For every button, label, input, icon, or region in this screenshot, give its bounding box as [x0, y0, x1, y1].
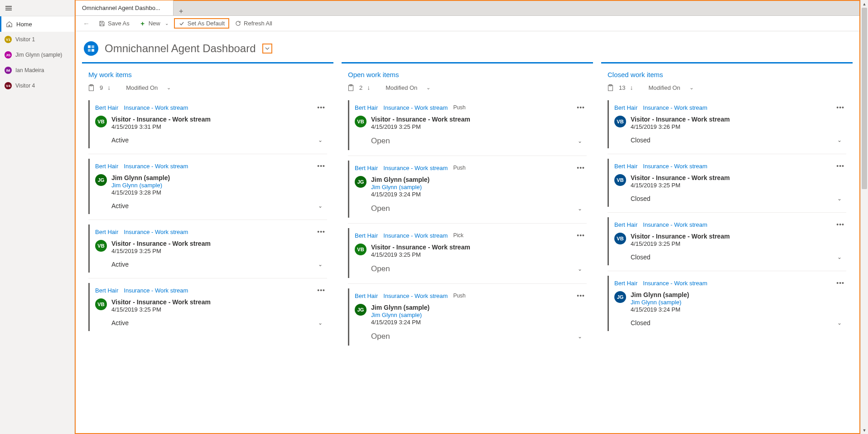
- workstream-link[interactable]: Insurance - Work stream: [124, 163, 188, 170]
- workstream-link[interactable]: Insurance - Work stream: [643, 163, 707, 170]
- assignee-link[interactable]: Bert Hair: [614, 221, 637, 228]
- sidebar-item-session[interactable]: JG Jim Glynn (sample): [0, 47, 74, 63]
- more-icon[interactable]: •••: [577, 232, 585, 239]
- more-icon[interactable]: •••: [317, 104, 325, 111]
- assignee-link[interactable]: Bert Hair: [614, 104, 637, 111]
- chevron-down-icon[interactable]: ⌄: [690, 85, 694, 91]
- back-icon[interactable]: ←: [81, 20, 93, 27]
- clipboard-icon[interactable]: [88, 84, 94, 91]
- assignee-link[interactable]: Bert Hair: [95, 163, 118, 170]
- workstream-link[interactable]: Insurance - Work stream: [124, 229, 188, 235]
- work-item-card[interactable]: Bert Hair Insurance - Work stream ••• VB…: [88, 100, 327, 148]
- work-item-card[interactable]: Bert Hair Insurance - Work stream ••• VB…: [608, 100, 846, 148]
- workstream-link[interactable]: Insurance - Work stream: [124, 287, 188, 294]
- assignee-link[interactable]: Bert Hair: [95, 229, 118, 235]
- more-icon[interactable]: •••: [836, 162, 844, 170]
- scroll-thumb[interactable]: [862, 8, 867, 189]
- card-title: Visitor - Insurance - Work stream: [111, 298, 211, 306]
- assignee-link[interactable]: Bert Hair: [355, 104, 378, 111]
- sort-field[interactable]: Modified On: [126, 84, 158, 91]
- chevron-down-icon[interactable]: ⌄: [318, 320, 323, 326]
- workstream-link[interactable]: Insurance - Work stream: [383, 104, 448, 111]
- workstream-link[interactable]: Insurance - Work stream: [643, 104, 707, 111]
- contact-link[interactable]: Jim Glynn (sample): [111, 182, 170, 189]
- more-icon[interactable]: •••: [317, 287, 325, 294]
- more-icon[interactable]: •••: [836, 104, 844, 111]
- contact-link[interactable]: Jim Glynn (sample): [371, 312, 429, 318]
- chevron-down-icon[interactable]: ⌄: [578, 333, 582, 340]
- tab-add-button[interactable]: +: [174, 7, 189, 15]
- assignee-link[interactable]: Bert Hair: [95, 287, 118, 294]
- dashboard-icon: [84, 41, 98, 56]
- chevron-down-icon[interactable]: ⌄: [837, 254, 842, 260]
- chevron-down-icon[interactable]: ⌄: [837, 137, 842, 143]
- workstream-link[interactable]: Insurance - Work stream: [643, 221, 707, 228]
- sort-field[interactable]: Modified On: [386, 84, 417, 91]
- contact-link[interactable]: Jim Glynn (sample): [371, 184, 429, 190]
- set-default-button[interactable]: Set As Default: [174, 18, 229, 29]
- work-item-card[interactable]: Bert Hair Insurance - Work stream Pick •…: [348, 228, 587, 278]
- column-open-work-items: Open work items 2 ↓ Modified On ⌄ Bert H…: [342, 62, 593, 427]
- chevron-down-icon[interactable]: ⌄: [578, 205, 582, 212]
- sort-field[interactable]: Modified On: [648, 84, 680, 91]
- new-button[interactable]: + New ⌄: [135, 18, 173, 29]
- save-as-button[interactable]: Save As: [94, 18, 134, 29]
- workstream-link[interactable]: Insurance - Work stream: [124, 104, 188, 111]
- chevron-down-icon[interactable]: ⌄: [426, 85, 430, 91]
- main-area: Omnichannel Agent Dashbo... + ← Save As …: [75, 0, 860, 434]
- work-item-card[interactable]: Bert Hair Insurance - Work stream ••• VB…: [608, 217, 846, 265]
- chevron-down-icon[interactable]: ⌄: [318, 137, 323, 143]
- work-item-card[interactable]: Bert Hair Insurance - Work stream Push •…: [348, 100, 587, 150]
- more-icon[interactable]: •••: [317, 162, 325, 170]
- sort-arrow-icon[interactable]: ↓: [107, 84, 111, 91]
- work-item-card[interactable]: Bert Hair Insurance - Work stream ••• VB…: [88, 224, 327, 273]
- chevron-down-icon[interactable]: ⌄: [318, 261, 323, 268]
- chevron-down-icon[interactable]: ⌄: [578, 266, 582, 272]
- sidebar-item-session[interactable]: V1 Visitor 1: [0, 32, 74, 47]
- contact-link[interactable]: Jim Glynn (sample): [631, 299, 689, 306]
- refresh-button[interactable]: Refresh All: [230, 18, 277, 29]
- scroll-down-icon[interactable]: ▼: [861, 426, 868, 434]
- assignee-link[interactable]: Bert Hair: [355, 165, 378, 171]
- scroll-up-icon[interactable]: ▲: [861, 0, 868, 8]
- more-icon[interactable]: •••: [577, 292, 585, 299]
- workstream-link[interactable]: Insurance - Work stream: [383, 165, 448, 171]
- assignee-link[interactable]: Bert Hair: [95, 104, 118, 111]
- hamburger-icon[interactable]: [5, 6, 12, 10]
- workstream-link[interactable]: Insurance - Work stream: [383, 293, 448, 299]
- mode-badge: Push: [453, 293, 465, 299]
- clipboard-icon[interactable]: [608, 84, 613, 91]
- more-icon[interactable]: •••: [317, 228, 325, 235]
- workstream-link[interactable]: Insurance - Work stream: [643, 280, 707, 287]
- work-item-card[interactable]: Bert Hair Insurance - Work stream ••• JG…: [88, 159, 327, 214]
- dashboard-picker-button[interactable]: [262, 44, 272, 54]
- tab-dashboard[interactable]: Omnichannel Agent Dashbo...: [76, 0, 174, 15]
- sidebar-item-session[interactable]: V4 Visitor 4: [0, 78, 74, 93]
- sidebar-item-home[interactable]: Home: [0, 16, 74, 32]
- more-icon[interactable]: •••: [836, 279, 844, 287]
- work-item-card[interactable]: Bert Hair Insurance - Work stream ••• JG…: [608, 276, 846, 331]
- chevron-down-icon[interactable]: ⌄: [318, 203, 323, 209]
- vertical-scrollbar[interactable]: ▲ ▼: [860, 0, 868, 434]
- work-item-card[interactable]: Bert Hair Insurance - Work stream Push •…: [348, 161, 587, 218]
- sidebar-item-session[interactable]: IM Ian Madeira: [0, 63, 74, 78]
- more-icon[interactable]: •••: [577, 164, 585, 171]
- work-item-card[interactable]: Bert Hair Insurance - Work stream Push •…: [348, 288, 587, 346]
- assignee-link[interactable]: Bert Hair: [614, 163, 637, 170]
- clipboard-icon[interactable]: [348, 84, 354, 91]
- chevron-down-icon[interactable]: ⌄: [837, 320, 842, 326]
- column-body: Bert Hair Insurance - Work stream ••• VB…: [601, 96, 853, 427]
- sort-arrow-icon[interactable]: ↓: [367, 84, 370, 91]
- chevron-down-icon[interactable]: ⌄: [837, 195, 842, 202]
- more-icon[interactable]: •••: [577, 104, 585, 111]
- assignee-link[interactable]: Bert Hair: [355, 293, 378, 299]
- chevron-down-icon[interactable]: ⌄: [167, 85, 171, 91]
- work-item-card[interactable]: Bert Hair Insurance - Work stream ••• VB…: [608, 159, 846, 207]
- assignee-link[interactable]: Bert Hair: [614, 280, 637, 287]
- workstream-link[interactable]: Insurance - Work stream: [383, 232, 448, 239]
- more-icon[interactable]: •••: [836, 221, 844, 228]
- work-item-card[interactable]: Bert Hair Insurance - Work stream ••• VB…: [88, 283, 327, 331]
- chevron-down-icon[interactable]: ⌄: [578, 138, 582, 144]
- assignee-link[interactable]: Bert Hair: [355, 232, 378, 239]
- sort-arrow-icon[interactable]: ↓: [630, 84, 633, 91]
